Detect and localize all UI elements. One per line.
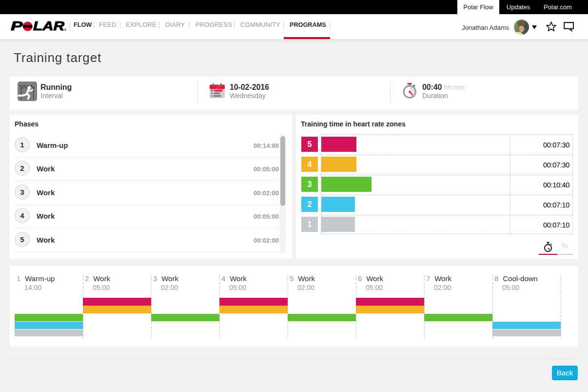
svg-text:LAR: LAR — [33, 21, 64, 32]
svg-text:R: R — [65, 29, 66, 31]
svg-text:P: P — [11, 21, 23, 32]
